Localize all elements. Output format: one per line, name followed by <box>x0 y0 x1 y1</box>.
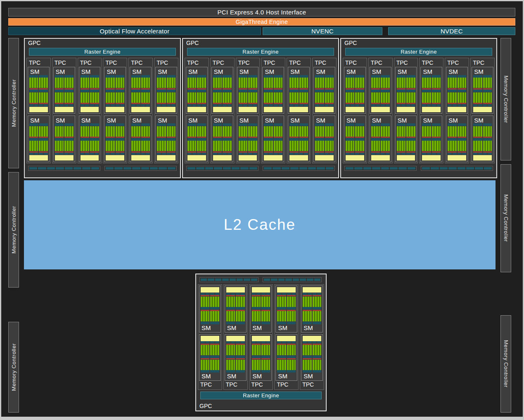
sm-block: SM <box>344 116 366 163</box>
teal-segment <box>325 75 334 78</box>
teal-strip-2seg <box>157 75 175 78</box>
teal-segment <box>282 341 286 343</box>
green-core-bars <box>81 141 99 151</box>
red-segment <box>397 103 405 104</box>
rop-segment <box>150 167 158 170</box>
sm-stack: SM SM <box>199 286 221 381</box>
green-bar-group <box>325 92 334 103</box>
teal-segment <box>157 104 161 106</box>
teal-strip-4seg <box>346 153 364 155</box>
teal-strip-2seg <box>252 356 270 358</box>
red-strip <box>29 137 48 138</box>
memory-controller-left-1: Memory Controller <box>8 38 19 168</box>
green-core-bars <box>187 92 206 103</box>
red-segment <box>397 151 405 153</box>
rop-strip <box>344 166 417 171</box>
green-core-bars <box>201 311 219 321</box>
green-core-bars <box>187 126 206 137</box>
rop-segment <box>398 167 406 170</box>
red-segment <box>226 344 235 345</box>
teal-segment <box>60 104 64 106</box>
teal-segment <box>171 104 175 106</box>
red-segment <box>289 137 298 138</box>
teal-segment <box>44 153 48 155</box>
teal-strip-2seg <box>55 138 74 141</box>
teal-segment <box>397 153 401 155</box>
sm-block: SM <box>130 67 152 114</box>
teal-segment <box>39 153 43 155</box>
green-bar-group <box>473 78 482 88</box>
green-bar-group <box>64 141 73 151</box>
teal-segment <box>121 104 125 106</box>
green-core-bars <box>55 141 74 151</box>
teal-segment <box>223 123 231 126</box>
teal-segment <box>381 153 385 155</box>
teal-segment <box>432 153 436 155</box>
teal-segment <box>218 153 222 155</box>
red-segment <box>325 137 334 138</box>
red-segment <box>313 295 321 296</box>
red-segment <box>223 103 231 104</box>
sm-stack: SM SM <box>344 67 366 162</box>
teal-segment <box>236 322 244 324</box>
teal-segment <box>239 75 247 78</box>
teal-segment <box>206 293 210 295</box>
teal-strip-2seg <box>239 75 257 78</box>
green-bar-group <box>287 297 296 307</box>
red-segment <box>213 103 222 104</box>
green-bar-group <box>239 92 247 103</box>
teal-strip-2seg <box>473 123 492 126</box>
yellow-block <box>29 107 48 112</box>
red-strip <box>422 151 441 153</box>
teal-segment <box>360 104 364 106</box>
green-bar-group <box>287 311 296 321</box>
green-core-bars <box>252 345 270 355</box>
green-bar-group <box>106 126 114 137</box>
green-bar-group <box>432 78 441 88</box>
teal-segment <box>432 104 436 106</box>
red-strip <box>81 103 99 104</box>
green-bar-group <box>201 360 209 370</box>
sm-block: SM <box>262 116 284 163</box>
green-bar-group <box>355 126 364 137</box>
red-segment <box>277 358 286 359</box>
gpc-label: GPC <box>186 40 199 46</box>
teal-segment <box>274 90 282 92</box>
teal-segment <box>81 138 89 141</box>
red-strip <box>371 137 390 138</box>
green-bar-group <box>458 92 466 103</box>
teal-segment <box>473 123 482 126</box>
red-strip <box>187 137 206 138</box>
green-bar-group <box>381 78 389 88</box>
red-strip <box>289 103 308 104</box>
red-segment <box>201 295 209 296</box>
red-strip <box>277 344 296 345</box>
teal-segment <box>448 123 456 126</box>
green-bar-group <box>64 78 73 88</box>
green-core-bars <box>81 92 99 103</box>
sm-label: SM <box>187 117 206 123</box>
teal-segment <box>243 104 247 106</box>
rop-strip <box>199 277 258 282</box>
teal-segment <box>213 138 222 141</box>
sm-stack: SM SM <box>275 286 297 381</box>
green-bar-group <box>55 92 64 103</box>
teal-strip-2seg <box>346 90 364 92</box>
red-segment <box>248 137 257 138</box>
memory-controller-label: Memory Controller <box>503 194 509 242</box>
tpc-block: TPC SM SM <box>78 58 102 163</box>
red-strip <box>264 137 282 138</box>
teal-segment <box>241 293 245 295</box>
gpc-block-top-1: GPC Raster Engine TPC SM SM TPC SM <box>24 38 181 178</box>
red-segment <box>287 310 296 311</box>
red-segment <box>223 137 231 138</box>
green-bar-group <box>289 126 298 137</box>
red-segment <box>141 137 150 138</box>
red-segment <box>261 310 270 311</box>
teal-segment <box>81 90 89 92</box>
green-bar-group <box>167 126 175 137</box>
teal-segment <box>397 90 405 92</box>
sm-block: SM <box>155 67 177 114</box>
green-bar-group <box>223 141 231 151</box>
sm-block: SM <box>250 286 272 333</box>
